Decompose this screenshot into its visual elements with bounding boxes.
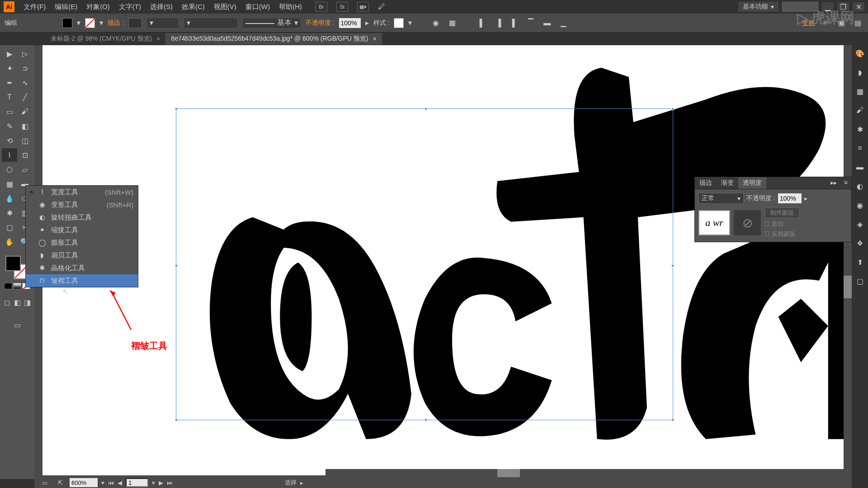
rotate-tool[interactable]: ⟲ — [2, 134, 17, 147]
menu-edit[interactable]: 编辑(E) — [50, 1, 82, 13]
flyout-pucker-tool[interactable]: ✦ 缩拢工具 — [26, 224, 138, 236]
hscroll-thumb[interactable] — [497, 469, 520, 477]
gradient-panel-icon[interactable]: ▬ — [854, 162, 865, 173]
style-dropdown-icon[interactable]: ▾ — [408, 19, 412, 27]
fill-swatch[interactable] — [5, 256, 21, 271]
gradient-mode[interactable] — [13, 283, 21, 289]
document-tab-1[interactable]: 未标题-2 @ 98% (CMYK/GPU 预览) × — [45, 33, 165, 45]
draw-normal[interactable]: ◻ — [2, 296, 12, 309]
appearance-panel-icon[interactable]: ◉ — [854, 200, 865, 211]
menu-help[interactable]: 帮助(H) — [274, 1, 307, 13]
graphic-styles-icon[interactable]: ◈ — [854, 219, 865, 230]
menu-select[interactable]: 选择(S) — [146, 1, 177, 13]
brushes-panel-icon[interactable]: 🖌 — [854, 105, 865, 116]
stroke-dropdown-icon[interactable]: ▾ — [99, 19, 103, 27]
canvas[interactable]: 褶皱工具 — [42, 45, 844, 475]
menu-effect[interactable]: 效果(C) — [177, 1, 209, 13]
panel-menu-icon[interactable]: ≡ — [840, 177, 851, 189]
menu-window[interactable]: 窗口(W) — [241, 1, 274, 13]
selection-tool[interactable]: ▶ — [2, 47, 17, 61]
horizontal-scrollbar[interactable] — [326, 469, 844, 477]
color-mode[interactable] — [4, 283, 12, 289]
asset-export-icon[interactable]: ⬆ — [854, 257, 865, 267]
status-icon-2[interactable]: ⇱ — [54, 477, 66, 488]
perspective-tool[interactable]: ▱ — [17, 163, 33, 176]
panel-tab-stroke[interactable]: 描边 — [695, 177, 717, 189]
color-guide-icon[interactable]: ◗ — [854, 67, 865, 78]
pen-tool[interactable]: ✒ — [2, 76, 17, 89]
width-tool[interactable]: ⌇ — [2, 148, 17, 162]
draw-inside[interactable]: ◨ — [22, 296, 33, 309]
vscroll-thumb[interactable] — [844, 276, 852, 298]
menu-view[interactable]: 视图(V) — [209, 1, 241, 13]
artboard-tool[interactable]: ▢ — [2, 221, 17, 234]
pencil-tool[interactable]: ✎ — [2, 119, 17, 133]
menu-object[interactable]: 对象(O) — [82, 1, 114, 13]
align-bottom-icon[interactable]: ▁ — [557, 18, 569, 28]
last-page-icon[interactable]: ⏭ — [167, 479, 173, 486]
swatches-panel-icon[interactable]: ▦ — [854, 86, 865, 97]
artboard-nav-input[interactable] — [126, 478, 148, 487]
mask-thumbnail[interactable]: a wr — [698, 210, 730, 235]
scale-tool[interactable]: ◫ — [17, 134, 33, 147]
flyout-scallop-tool[interactable]: ◗ 扇贝工具 — [26, 249, 138, 262]
flyout-warp-tool[interactable]: ◉ 变形工具 (Shift+R) — [26, 198, 138, 211]
zoom-dropdown-icon[interactable]: ▾ — [101, 479, 104, 486]
tab-close-icon[interactable]: × — [156, 35, 160, 42]
symbols-panel-icon[interactable]: ✱ — [854, 124, 865, 135]
brush-def[interactable]: ▾ — [184, 18, 238, 28]
recolor-icon[interactable]: ◉ — [430, 18, 442, 28]
opacity-slider-icon[interactable]: ▸ — [365, 19, 369, 27]
eraser-tool[interactable]: ◧ — [17, 119, 33, 133]
bridge-icon[interactable]: Br — [316, 2, 327, 12]
transparency-panel-icon[interactable]: ◐ — [854, 181, 865, 192]
shape-builder-tool[interactable]: ⬡ — [2, 163, 17, 176]
rectangle-tool[interactable]: ▭ — [2, 105, 17, 118]
status-icon-1[interactable]: ▭ — [39, 477, 51, 488]
panel-opacity-input[interactable]: 100% — [778, 193, 802, 203]
menu-type[interactable]: 文字(T) — [114, 1, 146, 13]
color-panel-icon[interactable]: 🎨 — [854, 48, 865, 59]
flyout-twirl-tool[interactable]: ◐ 旋转扭曲工具 — [26, 211, 138, 224]
opacity-input[interactable]: 100% — [339, 18, 361, 28]
stock-icon[interactable]: St — [336, 2, 348, 12]
gpu-icon[interactable]: 🖊 — [378, 3, 385, 11]
lasso-tool[interactable]: ⊃ — [17, 61, 33, 75]
invert-checkbox[interactable]: ☐ 反相蒙版 — [764, 230, 800, 238]
zoom-input[interactable]: 600% — [70, 478, 98, 487]
symbol-sprayer-tool[interactable]: ✱ — [2, 206, 17, 220]
align-right-icon[interactable]: ▌ — [509, 18, 520, 28]
stroke-panel-icon[interactable]: ≡ — [854, 143, 865, 154]
direct-select-tool[interactable]: ▷ — [17, 47, 33, 61]
align-hcenter-icon[interactable]: ▐ — [492, 18, 504, 28]
make-mask-button[interactable]: 制作蒙版 — [764, 207, 800, 218]
screen-mode[interactable]: ▭ — [9, 318, 25, 332]
clip-checkbox[interactable]: ☐ 剪切 — [764, 220, 800, 228]
align-left-icon[interactable]: ▌ — [476, 18, 488, 28]
blend-mode-select[interactable]: 正常 ▾ — [698, 193, 744, 204]
flyout-crystallize-tool[interactable]: ✱ 晶格化工具 — [26, 262, 138, 274]
magic-wand-tool[interactable]: ✦ — [2, 61, 17, 75]
align-panel-icon[interactable]: ▦ — [446, 18, 458, 28]
next-page-icon[interactable]: ▶ — [159, 479, 163, 486]
document-tab-2[interactable]: 6e74b33e53d0aa5d5256b47d49dc53a.jpg* @ 6… — [165, 33, 382, 45]
panel-collapse-icon[interactable]: ▸▸ — [827, 177, 840, 189]
artboards-panel-icon[interactable]: ▢ — [854, 276, 865, 286]
paintbrush-tool[interactable]: 🖌 — [17, 105, 33, 118]
line-tool[interactable]: ╱ — [17, 90, 33, 104]
align-top-icon[interactable]: ▔ — [525, 18, 537, 28]
eyedropper-tool[interactable]: 💧 — [2, 192, 17, 205]
flyout-bloat-tool[interactable]: ◯ 膨胀工具 — [26, 236, 138, 249]
type-tool[interactable]: T — [2, 90, 17, 104]
free-transform-tool[interactable]: ⊡ — [17, 148, 33, 162]
workspace-selector[interactable]: 基本功能 ▾ — [738, 2, 778, 12]
brush-select[interactable]: 基本▾ — [242, 18, 301, 28]
page-dropdown-icon[interactable]: ▾ — [152, 479, 155, 486]
hand-tool[interactable]: ✋ — [2, 235, 17, 249]
align-vcenter-icon[interactable]: ▬ — [541, 18, 553, 28]
flyout-width-tool[interactable]: ⌇ 宽度工具 (Shift+W) — [26, 186, 138, 198]
prev-page-icon[interactable]: ◀ — [118, 479, 122, 486]
selection-bounding-box[interactable] — [176, 108, 673, 420]
mesh-tool[interactable]: ▦ — [2, 177, 17, 191]
opacity-slider-icon[interactable]: ▸ — [804, 195, 807, 202]
